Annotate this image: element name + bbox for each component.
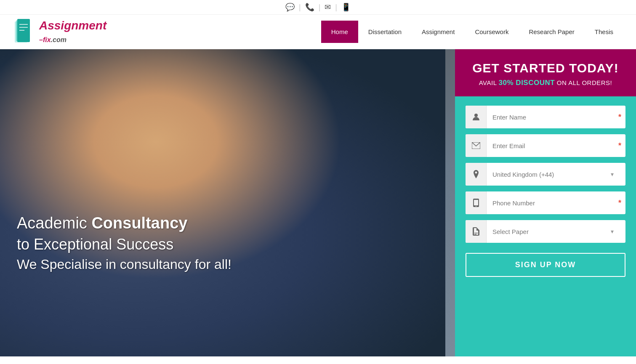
- email-required: *: [618, 141, 625, 150]
- form-subtitle: AVAIL 30% DISCOUNT ON ALL ORDERS!: [468, 79, 623, 87]
- country-field-wrapper: United Kingdom (+44) United States (+1) …: [466, 163, 625, 186]
- phone-input[interactable]: [487, 191, 618, 214]
- form-body: * *: [455, 96, 636, 286]
- subtitle-suffix: ON ALL ORDERS!: [555, 79, 612, 86]
- location-icon: [466, 163, 487, 186]
- nav-dissertation[interactable]: Dissertation: [358, 21, 412, 43]
- nav-coursework[interactable]: Coursework: [465, 21, 519, 43]
- phone-field-icon: [466, 191, 487, 214]
- hero-section: Academic Consultancy to Exceptional Succ…: [0, 49, 636, 356]
- logo[interactable]: Assignment –fix.com: [13, 18, 106, 45]
- name-required: *: [618, 113, 625, 122]
- main-nav: Home Dissertation Assignment Coursework …: [321, 21, 623, 43]
- logo-icon: [13, 18, 36, 45]
- email-field-wrapper: *: [466, 134, 625, 157]
- email-icon[interactable]: ✉: [325, 3, 331, 12]
- subtitle-prefix: AVAIL: [479, 79, 499, 86]
- phone-required: *: [618, 199, 625, 207]
- nav-home[interactable]: Home: [321, 21, 358, 43]
- chat-icon[interactable]: 💬: [285, 3, 295, 12]
- signup-form-panel: GET STARTED TODAY! AVAIL 30% DISCOUNT ON…: [455, 49, 636, 356]
- country-select[interactable]: United Kingdom (+44) United States (+1) …: [487, 163, 625, 186]
- whatsapp-icon[interactable]: 📱: [341, 3, 351, 12]
- hero-line1-bold: Consultancy: [91, 214, 187, 232]
- phone-field-wrapper: *: [466, 191, 625, 214]
- phone-icon[interactable]: 📞: [305, 3, 314, 12]
- hero-text: Academic Consultancy to Exceptional Succ…: [17, 214, 232, 272]
- logo-text: Assignment –fix.com: [39, 19, 106, 44]
- hero-image: [0, 49, 445, 356]
- paper-select[interactable]: Select Paper Assignment Dissertation Cou…: [487, 220, 625, 243]
- svg-point-6: [474, 114, 478, 117]
- subtitle-highlight: 30% DISCOUNT: [499, 79, 555, 87]
- hero-line1-normal: Academic: [17, 214, 91, 232]
- name-input[interactable]: [487, 106, 618, 128]
- form-title: GET STARTED TODAY!: [468, 61, 623, 75]
- header: Assignment –fix.com Home Dissertation As…: [0, 15, 636, 49]
- name-field-wrapper: *: [466, 106, 625, 128]
- email-input[interactable]: [487, 134, 618, 157]
- paper-field-wrapper: Select Paper Assignment Dissertation Cou…: [466, 220, 625, 243]
- hero-line3: We Specialise in consultancy for all!: [17, 257, 232, 272]
- document-icon: [466, 220, 487, 243]
- hero-line2: to Exceptional Success: [17, 236, 232, 253]
- separator-3: |: [335, 3, 337, 12]
- nav-research-paper[interactable]: Research Paper: [519, 21, 584, 43]
- logo-fix: –fix.com: [39, 32, 106, 45]
- signup-button[interactable]: SIGN UP NOW: [466, 253, 625, 277]
- email-field-icon: [466, 134, 487, 157]
- nav-assignment[interactable]: Assignment: [412, 21, 465, 43]
- top-bar: 💬 | 📞 | ✉ | 📱: [0, 0, 636, 15]
- form-header: GET STARTED TODAY! AVAIL 30% DISCOUNT ON…: [455, 49, 636, 96]
- hero-line1: Academic Consultancy: [17, 214, 232, 232]
- separator-2: |: [319, 3, 321, 12]
- user-icon: [466, 106, 487, 128]
- hero-person: [0, 49, 445, 356]
- logo-assignment: Assignment: [39, 19, 106, 32]
- separator-1: |: [299, 3, 301, 12]
- nav-thesis[interactable]: Thesis: [585, 21, 623, 43]
